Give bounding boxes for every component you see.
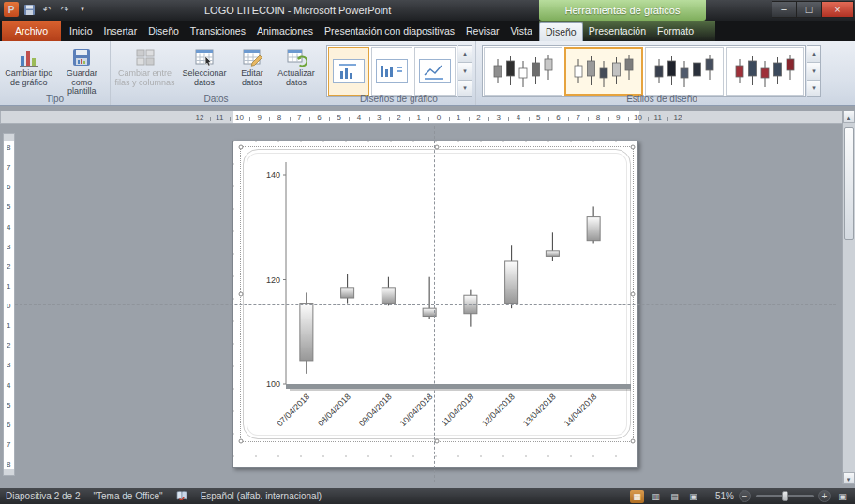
ruler-mark: 8 bbox=[7, 143, 10, 152]
redo-icon[interactable]: ↷ bbox=[57, 2, 72, 17]
theme-name[interactable]: "Tema de Office" bbox=[94, 491, 163, 501]
estilo-3[interactable] bbox=[645, 47, 724, 96]
tab-insertar[interactable]: Insertar bbox=[98, 22, 143, 41]
zoom-slider[interactable] bbox=[756, 495, 814, 497]
chart-layout-3[interactable] bbox=[414, 47, 456, 96]
save-as-template-button[interactable]: Guardar como plantilla bbox=[56, 43, 109, 92]
gallery-scroll-down-icon[interactable]: ▾ bbox=[458, 63, 472, 80]
scrollbar-thumb[interactable] bbox=[844, 127, 854, 240]
ruler-tick bbox=[409, 117, 410, 121]
tab-inicio[interactable]: Inicio bbox=[64, 22, 98, 41]
chart-styles-gallery bbox=[482, 45, 806, 97]
ruler-tick bbox=[389, 117, 390, 121]
ribbon-group-estilos: ▴ ▾ ▾ Estilos de diseño bbox=[476, 41, 848, 105]
edit-data-button[interactable]: Editar datos bbox=[232, 43, 272, 92]
selection-handle[interactable] bbox=[435, 439, 440, 444]
change-chart-type-button[interactable]: Cambiar tipo de gráfico bbox=[3, 43, 55, 92]
slideshow-view-button[interactable]: ▣ bbox=[686, 490, 700, 503]
tab-animaciones[interactable]: Animaciones bbox=[251, 22, 319, 41]
svg-text:10/04/2018: 10/04/2018 bbox=[398, 392, 435, 428]
ruler-tick bbox=[269, 117, 270, 121]
powerpoint-logo-icon[interactable]: P bbox=[4, 2, 19, 17]
spell-check-icon[interactable] bbox=[176, 490, 188, 502]
svg-text:140: 140 bbox=[266, 170, 280, 180]
selection-handle[interactable] bbox=[631, 145, 636, 150]
selection-handle[interactable] bbox=[435, 145, 440, 150]
selection-handle[interactable] bbox=[239, 145, 244, 150]
tab-vista[interactable]: Vista bbox=[505, 22, 538, 41]
selection-handle[interactable] bbox=[631, 292, 636, 297]
estilo-1[interactable] bbox=[484, 47, 562, 96]
undo-icon[interactable]: ↶ bbox=[39, 2, 54, 17]
horizontal-guide[interactable] bbox=[15, 304, 836, 305]
ribbon-group-tipo: Cambiar tipo de gráfico Guardar como pla… bbox=[0, 41, 111, 105]
close-button[interactable]: × bbox=[822, 1, 854, 18]
maximize-button[interactable]: □ bbox=[797, 1, 822, 18]
refresh-data-button[interactable]: Actualizar datos bbox=[273, 43, 320, 92]
ruler-mark: 7 bbox=[577, 113, 580, 122]
ruler-tick bbox=[428, 117, 429, 121]
ruler-mark: 9 bbox=[258, 113, 262, 122]
vertical-ruler[interactable]: 87654321012345678 bbox=[3, 133, 15, 476]
estilo-2[interactable] bbox=[564, 47, 643, 96]
ruler-mark: 6 bbox=[7, 420, 10, 428]
button-label: Cambiar tipo de gráfico bbox=[4, 69, 54, 87]
ruler-mark: 1 bbox=[7, 321, 10, 330]
qat-dropdown-icon[interactable]: ▾ bbox=[75, 2, 90, 17]
statusbar-right: ▦ ▥ ▤ ▣ 51% − + ▣ bbox=[630, 490, 849, 503]
ribbon-group-datos: Cambiar entre filas y columnas Seleccion… bbox=[111, 41, 322, 105]
selection-handle[interactable] bbox=[239, 439, 244, 444]
ruler-mark: 0 bbox=[437, 113, 441, 122]
save-template-icon bbox=[70, 46, 93, 68]
tab-diseno[interactable]: Diseño bbox=[142, 22, 185, 41]
chart-layout-2[interactable] bbox=[371, 47, 412, 96]
gallery-scroll-down-icon[interactable]: ▾ bbox=[807, 63, 820, 80]
scroll-down-icon[interactable]: ▾ bbox=[843, 472, 855, 484]
vertical-scrollbar[interactable]: ▴ ▾ bbox=[842, 111, 855, 484]
ruler-mark: 2 bbox=[7, 261, 10, 270]
save-icon[interactable] bbox=[22, 2, 37, 17]
candlestick-chart[interactable]: 10012014007/04/201808/04/201809/04/20181… bbox=[243, 153, 631, 438]
ruler-mark: 8 bbox=[278, 113, 281, 122]
zoom-level[interactable]: 51% bbox=[715, 491, 734, 501]
contextual-tab-formato[interactable]: Formato bbox=[652, 22, 699, 41]
tab-archivo[interactable]: Archivo bbox=[2, 21, 61, 41]
ruler-mark: 3 bbox=[377, 113, 381, 122]
ruler-tick bbox=[290, 117, 291, 121]
normal-view-button[interactable]: ▦ bbox=[630, 490, 644, 503]
main-tabs: Archivo InicioInsertarDiseñoTransiciones… bbox=[2, 21, 538, 41]
tab-transiciones[interactable]: Transiciones bbox=[185, 22, 251, 41]
tab-revisar[interactable]: Revisar bbox=[460, 22, 505, 41]
estilo-4[interactable] bbox=[726, 47, 804, 96]
zoom-in-button[interactable]: + bbox=[818, 490, 831, 502]
change-chart-type-icon bbox=[18, 46, 40, 68]
switch-row-column-button: Cambiar entre filas y columnas bbox=[113, 43, 176, 92]
svg-text:07/04/2018: 07/04/2018 bbox=[275, 392, 311, 428]
minimize-button[interactable]: − bbox=[772, 1, 797, 18]
horizontal-ruler[interactable]: 1211109876543210123456789101112 bbox=[0, 111, 855, 124]
reading-view-button[interactable]: ▤ bbox=[668, 490, 682, 503]
ruler-mark: 4 bbox=[7, 222, 10, 230]
contextual-tab-diseno[interactable]: Diseño bbox=[539, 22, 583, 41]
zoom-slider-thumb[interactable] bbox=[782, 491, 788, 501]
zoom-out-button[interactable]: − bbox=[739, 490, 751, 502]
ruler-mark: 8 bbox=[7, 460, 10, 468]
language-indicator[interactable]: Español (alfab. internacional) bbox=[201, 491, 322, 501]
vertical-guide[interactable] bbox=[434, 126, 435, 482]
selection-handle[interactable] bbox=[631, 439, 636, 444]
tab-presentacion-con-diapositivas[interactable]: Presentación con diapositivas bbox=[319, 22, 460, 41]
ribbon: Cambiar tipo de gráfico Guardar como pla… bbox=[0, 41, 855, 106]
scroll-up-icon[interactable]: ▴ bbox=[843, 111, 855, 123]
slide-indicator[interactable]: Diapositiva 2 de 2 bbox=[6, 491, 81, 501]
ruler-mark: 4 bbox=[517, 113, 520, 122]
select-data-button[interactable]: Seleccionar datos bbox=[177, 43, 232, 92]
gallery-scroll-up-icon[interactable]: ▴ bbox=[458, 46, 472, 63]
ribbon-group-disenos: ▴ ▾ ▾ Diseños de gráfico bbox=[322, 41, 476, 105]
fit-to-window-button[interactable]: ▣ bbox=[835, 490, 849, 503]
contextual-tab-presentacion[interactable]: Presentación bbox=[583, 22, 652, 41]
ruler-mark: 2 bbox=[476, 113, 480, 122]
svg-text:14/04/2018: 14/04/2018 bbox=[562, 392, 599, 428]
gallery-scroll-up-icon[interactable]: ▴ bbox=[807, 46, 820, 63]
slide-sorter-view-button[interactable]: ▥ bbox=[649, 490, 663, 503]
chart-layout-1[interactable] bbox=[328, 47, 369, 96]
